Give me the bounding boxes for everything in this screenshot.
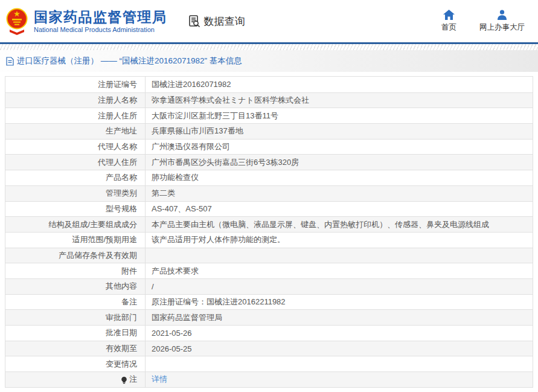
row-label: 变更情况 xyxy=(5,356,146,371)
row-value: 肺功能检查仪 xyxy=(146,170,533,185)
row-label: 产品名称 xyxy=(5,170,146,185)
row-value: 广州市番禺区沙头街嘉品三街6号3栋320房 xyxy=(146,155,533,170)
breadcrumb-bar: 进口医疗器械（注册） —— “国械注进20162071982” 基本信息 xyxy=(0,50,538,72)
row-label: 其他内容 xyxy=(5,279,146,294)
home-icon xyxy=(443,10,455,20)
row-label: 审批部门 xyxy=(5,310,146,325)
row-label: 管理类别 xyxy=(5,186,146,201)
hatch-strip xyxy=(0,44,538,50)
row-value: 2026-05-25 xyxy=(146,341,533,356)
national-emblem-logo xyxy=(6,7,28,35)
row-value: 国家药品监督管理局 xyxy=(146,310,533,325)
row-label: 注 xyxy=(5,372,146,387)
table-row: 备注原注册证编号：国械注进20162211982 xyxy=(5,294,533,310)
table-row: 产品储存条件及有效期 xyxy=(5,248,533,263)
row-value: 兵庫県篠山市川西137番地 xyxy=(146,124,533,139)
nav-service-hall-label: 网上办事大厅 xyxy=(479,22,525,33)
row-value: / xyxy=(146,279,533,294)
row-value xyxy=(146,356,533,371)
row-value xyxy=(146,248,533,263)
data-query-icon xyxy=(188,14,201,28)
nav-item-home[interactable]: 首页 xyxy=(441,10,456,33)
table-row: 有效期至2026-05-25 xyxy=(5,341,533,356)
row-value: 国械注进20162071982 xyxy=(146,77,533,92)
table-row: 注册人住所大阪市淀川区新北野三丁目13番11号 xyxy=(5,108,533,123)
table-row: 代理人住所广州市番禺区沙头街嘉品三街6号3栋320房 xyxy=(5,154,533,170)
row-label: 型号规格 xyxy=(5,202,146,217)
row-value: 第二类 xyxy=(146,186,533,201)
row-label: 结构及组成/主要组成成分 xyxy=(5,217,146,232)
row-value: 详情 xyxy=(146,372,533,387)
info-table: 注册证编号国械注进20162071982注册人名称弥拿通医科学株式会社ミナト医科… xyxy=(5,76,533,388)
table-row: 管理类别第二类 xyxy=(5,185,533,201)
breadcrumb: 进口医疗器械（注册） —— “国械注进20162071982” 基本信息 xyxy=(17,56,242,66)
table-row: 附件产品技术要求 xyxy=(5,263,533,278)
agency-name-cn: 国家药品监督管理局 xyxy=(34,9,167,25)
table-row: 其他内容/ xyxy=(5,278,533,294)
top-nav: 首页 网上办事大厅 xyxy=(441,10,525,33)
table-row: 注册人名称弥拿通医科学株式会社ミナト医科学株式会社 xyxy=(5,92,533,108)
row-value: 2021-05-26 xyxy=(146,326,533,341)
nav-home-label: 首页 xyxy=(441,22,456,33)
row-label: 生产地址 xyxy=(5,124,146,139)
document-icon xyxy=(6,57,14,66)
row-label: 代理人住所 xyxy=(5,155,146,170)
row-value: 该产品适用于对人体作肺功能的测定。 xyxy=(146,233,533,248)
table-row: 批准日期2021-05-26 xyxy=(5,325,533,341)
agency-title-block: 国家药品监督管理局 National Medical Products Admi… xyxy=(34,9,167,33)
table-row: 注详情 xyxy=(5,371,533,387)
row-value: 产品技术要求 xyxy=(146,263,533,278)
row-label: 有效期至 xyxy=(5,341,146,356)
row-value: 原注册证编号：国械注进20162211982 xyxy=(146,295,533,310)
data-query-label: 数据查询 xyxy=(204,14,245,28)
user-icon xyxy=(497,10,507,20)
table-row: 产品名称肺功能检查仪 xyxy=(5,170,533,185)
row-label: 代理人名称 xyxy=(5,140,146,155)
row-value: 大阪市淀川区新北野三丁目13番11号 xyxy=(146,108,533,123)
data-query-tab[interactable]: 数据查询 xyxy=(188,14,245,28)
table-row: 结构及组成/主要组成成分本产品主要由主机（微电脑、液晶显示屏、键盘、内置热敏打印… xyxy=(5,216,533,232)
agency-name-en: National Medical Products Administration xyxy=(34,26,167,33)
row-value: AS-407、AS-507 xyxy=(146,202,533,217)
row-label: 注册人住所 xyxy=(5,108,146,123)
row-label: 附件 xyxy=(5,263,146,278)
table-row: 代理人名称广州澳迅仪器有限公司 xyxy=(5,139,533,155)
site-header: 国家药品监督管理局 National Medical Products Admi… xyxy=(0,0,538,42)
row-value: 广州澳迅仪器有限公司 xyxy=(146,140,533,155)
table-row: 适用范围/预期用途该产品适用于对人体作肺功能的测定。 xyxy=(5,232,533,248)
nav-item-service-hall[interactable]: 网上办事大厅 xyxy=(479,10,525,33)
table-row: 注册证编号国械注进20162071982 xyxy=(5,77,533,92)
table-row: 变更情况 xyxy=(5,356,533,371)
table-row: 型号规格AS-407、AS-507 xyxy=(5,201,533,217)
row-label: 备注 xyxy=(5,295,146,310)
table-row: 审批部门国家药品监督管理局 xyxy=(5,309,533,325)
row-label: 适用范围/预期用途 xyxy=(5,233,146,248)
row-label: 注册证编号 xyxy=(5,77,146,92)
row-label: 产品储存条件及有效期 xyxy=(5,248,146,263)
detail-link[interactable]: 详情 xyxy=(152,374,167,385)
row-label: 注册人名称 xyxy=(5,93,146,108)
bulb-icon xyxy=(121,376,127,384)
row-value: 本产品主要由主机（微电脑、液晶显示屏、键盘、内置热敏打印机）、传感器、鼻夹及电源… xyxy=(146,217,533,232)
row-value: 弥拿通医科学株式会社ミナト医科学株式会社 xyxy=(146,93,533,108)
row-label: 批准日期 xyxy=(5,326,146,341)
table-row: 生产地址兵庫県篠山市川西137番地 xyxy=(5,123,533,139)
